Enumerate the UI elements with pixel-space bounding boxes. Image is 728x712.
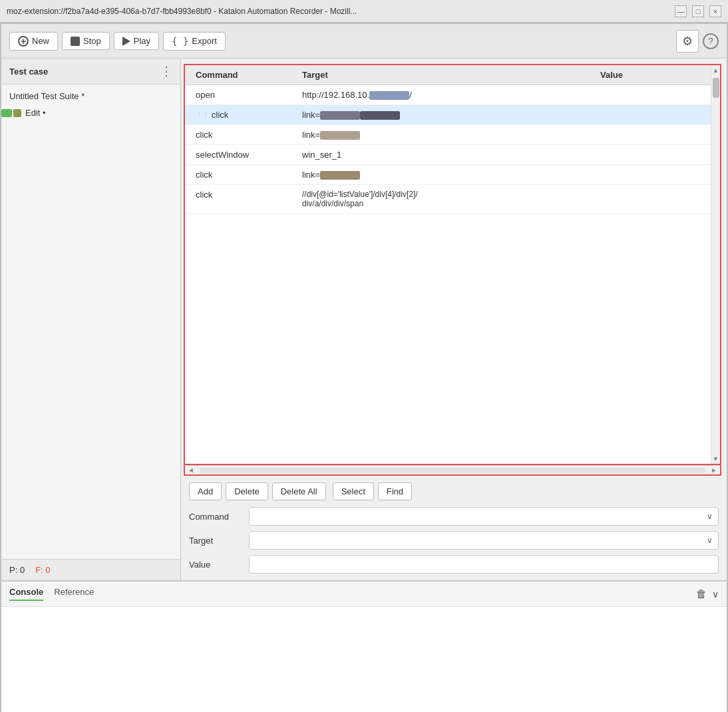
table-row[interactable]: selectWindow win_ser_1 xyxy=(185,145,720,165)
cell-value xyxy=(595,125,715,144)
table-row[interactable]: click link= xyxy=(185,165,720,185)
help-button[interactable]: ? xyxy=(703,33,719,49)
suite-name[interactable]: Untitled Test Suite * xyxy=(1,85,180,105)
color-block-olive xyxy=(13,109,21,117)
left-panel-header: Test case ⋮ xyxy=(1,59,180,85)
pass-count: P: 0 xyxy=(9,565,25,575)
blurred-link3 xyxy=(320,171,360,180)
action-buttons: Add Delete Delete All Select Find xyxy=(181,476,727,507)
cell-value xyxy=(595,165,715,184)
select-button[interactable]: Select xyxy=(333,482,374,500)
status-bar: P: 0 F: 0 xyxy=(1,559,180,580)
close-button[interactable]: × xyxy=(709,5,721,17)
target-label: Target xyxy=(189,536,242,546)
cell-command: selectWindow xyxy=(190,145,297,164)
settings-button[interactable]: ⚙ xyxy=(676,30,699,53)
fail-count: F: 0 xyxy=(35,565,50,575)
console-controls: 🗑 ∨ xyxy=(696,588,719,600)
table-row[interactable]: click link= xyxy=(185,125,720,145)
gear-icon: ⚙ xyxy=(682,34,693,49)
form-area: Command ∨ Target ∨ Value xyxy=(181,507,727,580)
table-body: open http://192.168.10. / ⋮⋮click link= xyxy=(185,85,720,214)
add-button[interactable]: Add xyxy=(189,482,222,500)
play-button[interactable]: Play xyxy=(114,32,159,50)
cell-value xyxy=(595,185,715,213)
right-panel: Command Target Value open http://192.168… xyxy=(181,59,727,580)
cell-target: http://192.168.10. / xyxy=(297,85,595,104)
toolbar-left: + New Stop Play { } Export xyxy=(9,32,226,51)
cell-command: ⋮⋮click xyxy=(190,105,297,124)
toolbar-right: ⚙ ? xyxy=(676,30,719,53)
cell-command: open xyxy=(190,85,297,104)
toolbar: + New Stop Play { } Export ⚙ ? xyxy=(1,24,727,59)
left-panel-title: Test case xyxy=(9,67,48,77)
column-command: Command xyxy=(190,65,297,85)
table-scrollbar[interactable]: ▲ ▼ xyxy=(711,65,720,464)
command-dropdown-icon: ∨ xyxy=(707,512,713,521)
title-bar: moz-extension://f2ba7a4d-e395-406a-b7d7-… xyxy=(0,0,728,23)
console-area: Console Reference 🗑 ∨ xyxy=(1,580,727,712)
new-button[interactable]: + New xyxy=(9,32,58,51)
test-item-color xyxy=(1,109,21,117)
scroll-up-icon[interactable]: ▲ xyxy=(711,65,721,75)
command-row: Command ∨ xyxy=(189,507,719,526)
dots-menu-button[interactable]: ⋮ xyxy=(160,64,172,79)
blurred-ip xyxy=(369,91,409,100)
cell-target: //div[@id='listValue']/div[4]/div[2]/div… xyxy=(297,185,595,213)
reference-tab[interactable]: Reference xyxy=(54,587,94,601)
value-label: Value xyxy=(189,560,242,570)
table-row[interactable]: click //div[@id='listValue']/div[4]/div[… xyxy=(185,185,720,214)
collapse-icon[interactable]: ∨ xyxy=(712,589,719,600)
console-header: Console Reference 🗑 ∨ xyxy=(1,582,727,607)
value-row: Value xyxy=(189,555,719,574)
cell-command: click xyxy=(190,165,297,184)
cell-value xyxy=(595,85,715,104)
cell-value xyxy=(595,145,715,164)
command-label: Command xyxy=(189,512,242,522)
table-row[interactable]: ⋮⋮click link= xyxy=(185,105,720,125)
scrollbar-thumb[interactable] xyxy=(713,78,719,98)
command-select[interactable]: ∨ xyxy=(249,507,719,526)
cell-command: click xyxy=(190,185,297,213)
play-icon xyxy=(122,37,130,46)
cell-command: click xyxy=(190,125,297,144)
table-row[interactable]: open http://192.168.10. / xyxy=(185,85,720,105)
export-button[interactable]: { } Export xyxy=(163,32,226,51)
delete-all-button[interactable]: Delete All xyxy=(272,482,326,500)
delete-button[interactable]: Delete xyxy=(226,482,268,500)
title-bar-text: moz-extension://f2ba7a4d-e395-406a-b7d7-… xyxy=(7,7,675,16)
target-row: Target ∨ xyxy=(189,531,719,550)
value-input[interactable] xyxy=(249,555,719,574)
blurred-link2 xyxy=(320,131,360,140)
blurred-link1b xyxy=(360,111,400,120)
console-tabs: Console Reference xyxy=(9,587,94,601)
scrollbar-track xyxy=(200,468,705,473)
target-select[interactable]: ∨ xyxy=(249,531,719,550)
horizontal-scrollbar[interactable]: ◄ ► xyxy=(184,465,721,476)
stop-icon xyxy=(71,37,80,46)
test-item[interactable]: Edit • xyxy=(1,105,180,120)
table-header: Command Target Value xyxy=(185,65,720,85)
stop-button[interactable]: Stop xyxy=(62,32,110,50)
plus-icon: + xyxy=(18,36,29,47)
cell-target: link= xyxy=(297,105,595,124)
braces-icon: { } xyxy=(172,36,188,47)
test-item-label: Edit • xyxy=(25,108,46,118)
cell-target: link= xyxy=(297,125,595,144)
main-content: Test case ⋮ Untitled Test Suite * Edit •… xyxy=(1,59,727,580)
color-block-green xyxy=(1,109,12,117)
cell-target: win_ser_1 xyxy=(297,145,595,164)
blurred-link1a xyxy=(320,111,360,120)
scroll-right-icon[interactable]: ► xyxy=(708,466,720,474)
scroll-down-icon[interactable]: ▼ xyxy=(711,454,721,464)
minimize-button[interactable]: — xyxy=(675,5,687,17)
app-window: + New Stop Play { } Export ⚙ ? xyxy=(0,23,728,712)
scroll-left-icon[interactable]: ◄ xyxy=(185,466,197,474)
clear-console-icon[interactable]: 🗑 xyxy=(696,588,707,600)
column-target: Target xyxy=(297,65,595,85)
left-panel: Test case ⋮ Untitled Test Suite * Edit •… xyxy=(1,59,181,580)
find-button[interactable]: Find xyxy=(378,482,412,500)
maximize-button[interactable]: □ xyxy=(692,5,704,17)
console-tab[interactable]: Console xyxy=(9,587,43,601)
title-bar-controls: — □ × xyxy=(675,5,721,17)
